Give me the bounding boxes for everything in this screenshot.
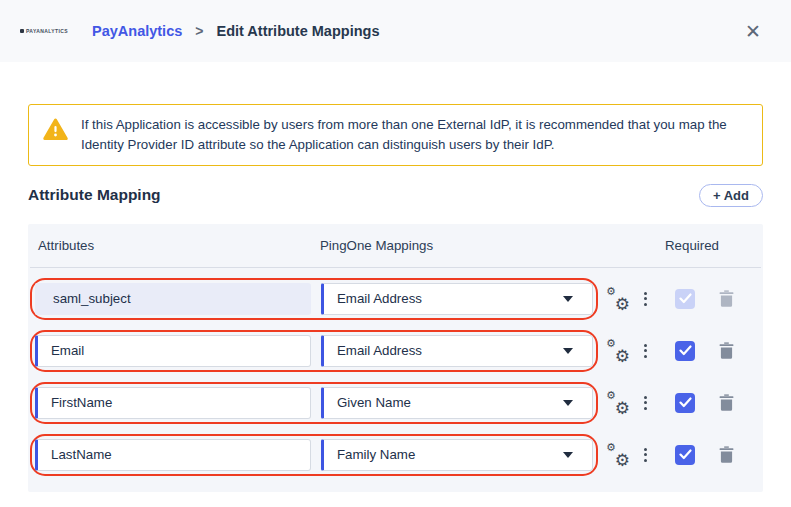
column-header-required: Required [642,238,742,253]
mapping-dropdown-value: Email Address [337,291,422,306]
page-title: Edit Attribute Mappings [216,23,379,39]
advanced-settings-gears-icon[interactable]: ⚙⚙ [606,442,630,468]
red-annotation-outline: FirstName Given Name [30,382,598,424]
warning-triangle-icon [43,118,68,145]
mapping-dropdown[interactable]: Family Name [321,439,593,471]
kebab-menu-icon[interactable] [642,446,649,464]
mapping-dropdown-value: Family Name [337,447,415,462]
table-row: FirstName Given Name ⚙⚙ [30,382,761,424]
mapping-dropdown[interactable]: Email Address [321,283,593,315]
chevron-down-icon [563,400,573,406]
table-row: Email Email Address ⚙⚙ [30,330,761,372]
chevron-down-icon [563,452,573,458]
kebab-menu-icon[interactable] [642,290,649,308]
breadcrumb-app-link[interactable]: PayAnalytics [92,23,182,39]
payanalytics-logo: PAYANALYTICS [20,28,68,34]
required-checkbox[interactable] [675,393,695,413]
delete-icon[interactable] [719,290,734,307]
attribute-input[interactable]: LastName [35,439,311,471]
table-header-row: Attributes PingOne Mappings Required [30,224,761,267]
modal-header: PAYANALYTICS PayAnalytics > Edit Attribu… [0,0,791,62]
delete-icon[interactable] [719,394,734,411]
delete-icon[interactable] [719,342,734,359]
breadcrumb-chevron-icon: > [195,23,203,39]
chevron-down-icon [563,296,573,302]
red-annotation-outline: LastName Family Name [30,434,598,476]
mapping-dropdown-value: Given Name [337,395,411,410]
logo-text: PAYANALYTICS [26,28,68,34]
advanced-settings-gears-icon[interactable]: ⚙⚙ [606,338,630,364]
red-annotation-outline: Email Email Address [30,330,598,372]
kebab-menu-icon[interactable] [642,342,649,360]
close-icon[interactable]: ✕ [745,22,761,41]
mapping-dropdown[interactable]: Given Name [321,387,593,419]
column-header-attributes: Attributes [38,238,320,253]
attribute-input[interactable]: Email [35,335,311,367]
required-checkbox[interactable] [675,445,695,465]
column-header-pingone-mappings: PingOne Mappings [320,238,433,253]
section-title: Attribute Mapping [28,186,161,204]
mapping-dropdown-value: Email Address [337,343,422,358]
attribute-mapping-section-header: Attribute Mapping + Add [28,184,763,207]
table-row: saml_subject Email Address ⚙⚙ [30,278,761,320]
required-checkbox[interactable] [675,289,695,309]
advanced-settings-gears-icon[interactable]: ⚙⚙ [606,390,630,416]
mapping-dropdown[interactable]: Email Address [321,335,593,367]
logo-dot-icon [20,29,24,33]
advanced-settings-gears-icon[interactable]: ⚙⚙ [606,286,630,312]
attribute-input[interactable]: saml_subject [35,283,311,315]
table-row: LastName Family Name ⚙⚙ [30,434,761,476]
required-checkbox[interactable] [675,341,695,361]
add-button[interactable]: + Add [699,184,763,207]
mapping-rows: saml_subject Email Address ⚙⚙ [30,268,761,476]
attribute-input[interactable]: FirstName [35,387,311,419]
delete-icon[interactable] [719,446,734,463]
red-annotation-outline: saml_subject Email Address [30,278,598,320]
chevron-down-icon [563,348,573,354]
warning-text: If this Application is accessible by use… [81,115,748,155]
attribute-mapping-table: Attributes PingOne Mappings Required sam… [28,224,763,492]
kebab-menu-icon[interactable] [642,394,649,412]
idp-warning-banner: If this Application is accessible by use… [28,104,763,166]
